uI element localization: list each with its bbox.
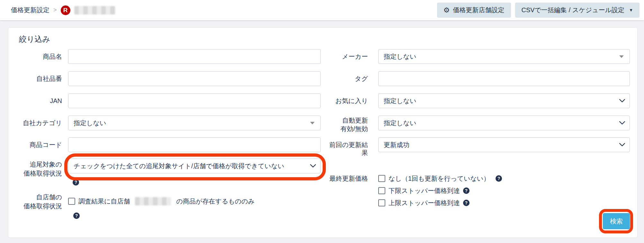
auto-update-select[interactable]: 指定しない xyxy=(378,116,630,130)
upper-stopper-checkbox[interactable] xyxy=(378,199,385,206)
label-last-update-price: 最終更新価格 xyxy=(315,171,368,186)
store-settings-button-label: 価格更新店舗設定 xyxy=(453,6,505,14)
own-store-checkbox-label-prefix: 調査結果に自店舗 xyxy=(78,197,130,206)
help-icon[interactable]: ? xyxy=(463,200,470,206)
favorite-select[interactable]: 指定しない xyxy=(378,93,630,108)
favorite-select-value: 指定しない xyxy=(384,97,416,105)
own-item-number-input[interactable] xyxy=(68,71,321,86)
lower-stopper-label: 下限ストッパー価格到達 xyxy=(389,187,460,195)
label-own-item-number: 自社品番 xyxy=(16,71,62,86)
tag-input[interactable] xyxy=(378,71,630,86)
breadcrumb: 価格更新設定 > R xyxy=(11,5,115,15)
label-last-update-result: 前回の更新結 果 xyxy=(315,141,368,157)
lower-stopper-checkbox[interactable] xyxy=(378,187,385,194)
chevron-down-icon xyxy=(619,143,625,147)
help-icon[interactable]: ? xyxy=(73,213,80,219)
triangle-down-icon xyxy=(619,55,624,58)
price-update-store-settings-button[interactable]: ⚙ 価格更新店舗設定 xyxy=(437,3,511,18)
product-code-input[interactable] xyxy=(68,137,321,152)
breadcrumb-root-link[interactable]: 価格更新設定 xyxy=(11,6,49,14)
label-jan: JAN xyxy=(16,93,62,108)
csv-bulk-edit-schedule-button[interactable]: CSVで一括編集 / スケジュール設定 ▼ xyxy=(515,3,640,18)
own-store-exists-checkbox[interactable] xyxy=(68,198,75,205)
tracking-price-status-select[interactable]: チェックをつけた全ての追尾対象サイト/店舗で価格が取得できていない xyxy=(68,159,321,173)
product-name-input[interactable] xyxy=(68,49,321,64)
help-icon[interactable]: ? xyxy=(73,179,79,186)
label-maker: メーカー xyxy=(315,49,368,64)
caret-down-icon: ▼ xyxy=(629,8,633,13)
triangle-down-icon xyxy=(310,122,315,124)
tracking-price-status-select-value: チェックをつけた全ての追尾対象サイト/店舗で価格が取得できていない xyxy=(74,162,284,170)
chevron-down-icon xyxy=(619,99,625,103)
label-tracking-price-status: 追尾対象の 価格取得状況 xyxy=(16,160,62,178)
page: 価格更新設定 > R ⚙ 価格更新店舗設定 CSVで一括編集 / スケジュール設… xyxy=(0,0,644,243)
search-button[interactable]: 検索 xyxy=(603,213,630,229)
last-price-none-checkbox[interactable] xyxy=(378,175,385,182)
upper-stopper-label: 上限ストッパー価格到達 xyxy=(389,199,460,207)
chevron-down-icon xyxy=(619,121,625,125)
last-update-result-select[interactable]: 更新成功 xyxy=(378,137,630,152)
last-price-none-checkbox-row[interactable]: なし（1回も更新を行っていない） ? xyxy=(378,175,502,182)
own-store-exists-checkbox-row[interactable]: 調査結果に自店舗 の商品が存在するもののみ xyxy=(68,197,255,205)
filter-panel: 絞り込み 商品名 自社品番 JAN 自社カテゴリ 指定しない 商品コード 追尾対… xyxy=(8,27,638,238)
own-store-checkbox-label-suffix: の商品が存在するもののみ xyxy=(176,197,255,206)
chevron-down-icon xyxy=(310,164,316,168)
lower-stopper-checkbox-row[interactable]: 下限ストッパー価格到達 ? xyxy=(378,187,470,195)
topbar-actions: ⚙ 価格更新店舗設定 CSVで一括編集 / スケジュール設定 ▼ xyxy=(437,3,640,18)
own-category-select-value: 指定しない xyxy=(74,119,106,127)
gear-icon: ⚙ xyxy=(443,7,450,14)
csv-button-label: CSVで一括編集 / スケジュール設定 xyxy=(522,6,625,14)
help-icon[interactable]: ? xyxy=(496,175,502,182)
auto-update-select-value: 指定しない xyxy=(384,119,416,127)
label-own-category: 自社カテゴリ xyxy=(16,116,62,130)
store-name-redacted xyxy=(135,197,171,205)
maker-select-value: 指定しない xyxy=(384,52,416,61)
panel-title: 絞り込み xyxy=(19,34,50,44)
last-update-result-select-value: 更新成功 xyxy=(384,141,409,149)
label-auto-update: 自動更新 有効/無効 xyxy=(315,116,368,133)
label-product-code: 商品コード xyxy=(16,137,62,152)
breadcrumb-separator: > xyxy=(53,7,57,13)
maker-select[interactable]: 指定しない xyxy=(378,49,630,64)
last-price-none-label: なし（1回も更新を行っていない） xyxy=(389,174,490,183)
rakuten-badge-icon: R xyxy=(61,5,70,15)
own-category-select[interactable]: 指定しない xyxy=(68,116,321,130)
label-product-name: 商品名 xyxy=(16,49,62,64)
label-favorite: お気に入り xyxy=(315,93,368,108)
topbar: 価格更新設定 > R ⚙ 価格更新店舗設定 CSVで一括編集 / スケジュール設… xyxy=(0,0,644,20)
store-name-redacted xyxy=(74,6,115,14)
help-icon[interactable]: ? xyxy=(463,187,470,194)
jan-input[interactable] xyxy=(68,93,321,108)
upper-stopper-checkbox-row[interactable]: 上限ストッパー価格到達 ? xyxy=(378,199,470,207)
label-own-store-price-status: 自店舗の 価格取得状況 xyxy=(16,193,62,211)
label-tag: タグ xyxy=(315,71,368,86)
